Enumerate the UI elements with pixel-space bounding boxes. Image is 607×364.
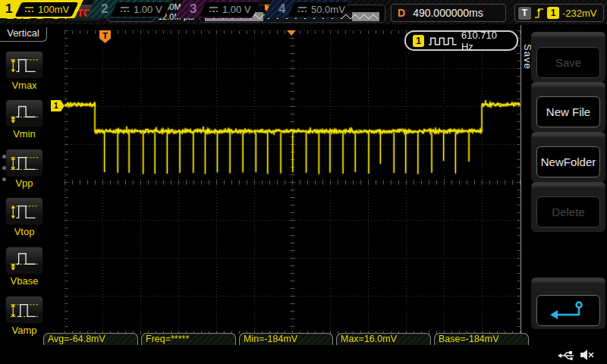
sidebar-label-vpp[interactable]: Vpp [0, 177, 49, 189]
measure-result-freq[interactable]: Freq=***** [141, 333, 236, 345]
sidebar-item-vamp[interactable] [5, 296, 43, 324]
left-menu-title: Vertical [0, 27, 47, 42]
delete-button[interactable]: Delete [536, 196, 600, 228]
freq-channel-badge: 1 [413, 35, 424, 47]
save-button[interactable]: Save [536, 47, 600, 78]
channel-4-tab[interactable]: 4 50.0mV [263, 0, 350, 18]
trigger-label: T [518, 7, 531, 20]
waveform-display [64, 30, 521, 334]
delay-value: 490.000000ms [413, 7, 483, 19]
channel-3-number: 3 [190, 0, 197, 18]
sidebar-label-vbase[interactable]: Vbase [0, 275, 49, 287]
sidebar-label-vmin[interactable]: Vmin [0, 128, 49, 140]
channel-3-tab[interactable]: 3 1.00 V [175, 0, 261, 18]
channel-1-number: 1 [5, 0, 12, 18]
sidebar-item-vmax[interactable] [5, 51, 43, 79]
vamp-icon [8, 300, 40, 321]
page-dot [2, 155, 6, 158]
vtop-icon [8, 201, 40, 222]
return-arrow-icon [549, 300, 588, 322]
delay-label: D [392, 7, 413, 19]
sidebar-label-vamp[interactable]: Vamp [0, 325, 49, 336]
sidebar-item-vbase[interactable] [5, 246, 43, 275]
channel-1-scale-box: 100mV [15, 2, 79, 17]
measure-result-min[interactable]: Min=-184mV [239, 333, 333, 345]
channel-2-number: 2 [101, 0, 108, 18]
channel-2-tab[interactable]: 2 1.00 V [86, 0, 172, 18]
speaker-muted-icon [579, 348, 594, 362]
channel-1-scale: 100mV [38, 4, 69, 15]
channel-3-scale-box: 1.00 V [200, 2, 260, 17]
vmax-icon [8, 55, 40, 76]
falling-edge-icon [534, 5, 544, 20]
sidebar-label-vmax[interactable]: Vmax [0, 80, 49, 91]
new-file-button[interactable]: New File [536, 96, 600, 127]
trigger-info-box: T 1 -232mV [514, 4, 604, 22]
screen-center-marker [287, 30, 296, 36]
sidebar-item-vpp[interactable] [5, 149, 43, 177]
trigger-source-badge: 1 [547, 7, 559, 19]
usb-icon [558, 350, 576, 361]
dc-coupling-icon [297, 6, 307, 13]
vmin-icon [8, 103, 40, 124]
new-folder-button[interactable]: NewFolder [536, 146, 600, 177]
channel-4-scale: 50.0mV [311, 4, 345, 15]
page-dot [2, 177, 6, 181]
square-wave-icon [428, 36, 458, 46]
channel-1-tab[interactable]: 1 100mV [0, 0, 83, 18]
channel-status-bar [0, 346, 607, 364]
dc-coupling-icon [209, 6, 219, 13]
sidebar-item-vmin[interactable] [5, 99, 43, 127]
sidebar-item-vtop[interactable] [5, 197, 43, 225]
frequency-counter: 1 610.710 Hz [404, 30, 518, 51]
measure-result-base[interactable]: Base=-184mV [434, 333, 529, 345]
measure-result-max[interactable]: Max=16.0mV [336, 333, 431, 345]
dc-coupling-icon [120, 6, 130, 13]
back-button[interactable] [536, 295, 600, 326]
channel1-ground-marker[interactable]: 1 [51, 100, 64, 111]
channel-2-scale-box: 1.00 V [111, 2, 171, 17]
delay-box: D 490.000000ms [391, 4, 506, 22]
trigger-level-value: -232mV [562, 8, 597, 19]
sidebar-label-vtop[interactable]: Vtop [0, 226, 49, 237]
frequency-value: 610.710 Hz [461, 30, 510, 52]
channel-2-scale: 1.00 V [134, 4, 162, 15]
measure-result-avg[interactable]: Avg=-64.8mV [43, 333, 138, 345]
channel-3-scale: 1.00 V [222, 4, 251, 15]
page-dot [2, 166, 6, 170]
vpp-icon [8, 152, 40, 174]
vbase-icon [8, 250, 40, 271]
channel-4-number: 4 [278, 0, 285, 18]
dc-coupling-icon [24, 6, 34, 13]
